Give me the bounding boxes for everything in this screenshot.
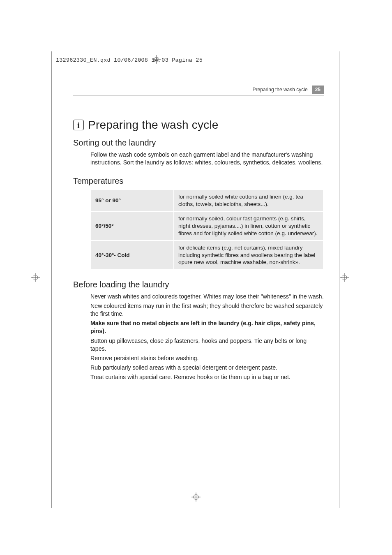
body-text: Treat curtains with special care. Remove… (90, 373, 324, 381)
section-heading-sorting: Sorting out the laundry (73, 138, 324, 148)
page-title-text: Preparing the wash cycle (88, 118, 219, 132)
page-title: i Preparing the wash cycle (73, 118, 324, 132)
registration-mark-icon (340, 273, 349, 282)
temp-desc: for normally soiled white cottons and li… (174, 190, 323, 211)
temp-label: 95° or 90° (91, 190, 173, 211)
section-heading-before-loading: Before loading the laundry (73, 280, 324, 289)
table-row: 60°/50° for normally soiled, colour fast… (91, 212, 323, 240)
running-head: Preparing the wash cycle 25 (73, 86, 324, 95)
running-head-title: Preparing the wash cycle (253, 87, 308, 92)
registration-mark-icon (152, 55, 161, 64)
table-row: 40°-30°- Cold for delicate items (e.g. n… (91, 241, 323, 269)
body-text: New coloured items may run in the first … (90, 302, 324, 318)
print-file-header: 132962330_EN.qxd 10/06/2008 14.03 Pagina… (56, 57, 203, 63)
body-text: Rub particularly soiled areas with a spe… (90, 364, 324, 372)
body-text: Button up pillowcases, close zip fastene… (90, 337, 324, 353)
registration-mark-icon (31, 273, 40, 282)
temp-label: 40°-30°- Cold (91, 241, 173, 269)
body-text: Never wash whites and coloureds together… (90, 293, 324, 301)
info-icon: i (73, 120, 84, 130)
registration-mark-icon (191, 493, 201, 502)
body-text: Remove persistent stains before washing. (90, 354, 324, 362)
temp-label: 60°/50° (91, 212, 173, 240)
temp-desc: for delicate items (e.g. net curtains), … (174, 241, 323, 269)
body-text: Make sure that no metal objects are left… (90, 319, 324, 335)
page-number: 25 (312, 86, 324, 94)
table-row: 95° or 90° for normally soiled white cot… (91, 190, 323, 211)
body-text: Follow the wash code symbols on each gar… (90, 151, 324, 166)
temperatures-table: 95° or 90° for normally soiled white cot… (90, 189, 324, 270)
temp-desc: for normally soiled, colour fast garment… (174, 212, 323, 240)
section-heading-temperatures: Temperatures (73, 176, 324, 186)
